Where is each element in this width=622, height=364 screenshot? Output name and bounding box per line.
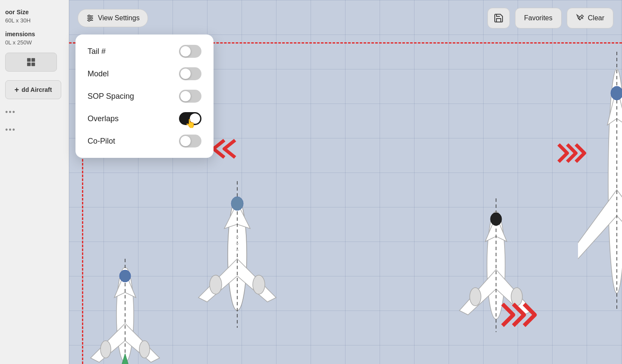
save-icon bbox=[493, 13, 504, 23]
dimensions-label: imensions bbox=[5, 31, 63, 38]
chevrons-bottom bbox=[500, 302, 543, 328]
sop-toggle-row: SOP Spacing bbox=[88, 90, 201, 103]
clear-button[interactable]: Clear bbox=[567, 8, 613, 28]
sop-toggle[interactable] bbox=[179, 90, 201, 103]
view-settings-dropdown: Tail # Model SOP Spacing Overlaps bbox=[75, 35, 214, 158]
overlaps-toggle-row: Overlaps 👆 bbox=[88, 112, 201, 125]
dimensions-value: 0L x 250W bbox=[5, 39, 63, 46]
svg-point-12 bbox=[253, 275, 265, 294]
tail-thumb bbox=[180, 46, 191, 56]
favorites-button[interactable]: Favorites bbox=[515, 8, 562, 28]
svg-point-17 bbox=[236, 249, 239, 251]
svg-point-11 bbox=[210, 275, 222, 294]
sidebar-ellipsis-1: ••• bbox=[5, 108, 63, 117]
svg-point-19 bbox=[101, 341, 111, 358]
model-toggle[interactable] bbox=[179, 67, 201, 80]
svg-point-24 bbox=[470, 288, 481, 306]
svg-point-15 bbox=[236, 236, 239, 238]
copilot-label: Co-Pilot bbox=[88, 137, 115, 146]
model-toggle-row: Model bbox=[88, 67, 201, 80]
svg-rect-0 bbox=[27, 58, 31, 62]
copilot-toggle[interactable] bbox=[179, 135, 201, 147]
svg-rect-3 bbox=[31, 63, 35, 66]
svg-point-7 bbox=[88, 15, 90, 17]
tail-toggle[interactable] bbox=[179, 45, 201, 58]
favorites-label: Favorites bbox=[524, 14, 553, 22]
aircraft-bottom-left[interactable] bbox=[86, 259, 164, 364]
copilot-toggle-row: Co-Pilot bbox=[88, 135, 201, 147]
grid-icon bbox=[26, 57, 36, 67]
svg-point-30 bbox=[611, 86, 622, 100]
tail-toggle-row: Tail # bbox=[88, 45, 201, 58]
tail-label: Tail # bbox=[88, 47, 106, 56]
svg-point-22 bbox=[119, 270, 131, 282]
overlaps-toggle[interactable]: 👆 bbox=[179, 112, 201, 125]
model-label: Model bbox=[88, 69, 109, 78]
sidebar: oor Size 60L x 30H imensions 0L x 250W +… bbox=[0, 0, 69, 364]
add-aircraft-button[interactable]: + dd Aircraft bbox=[5, 80, 61, 99]
svg-point-16 bbox=[236, 243, 239, 245]
svg-point-8 bbox=[90, 17, 92, 19]
svg-point-9 bbox=[88, 19, 90, 21]
chevrons-right bbox=[556, 142, 591, 164]
aircraft-far-right[interactable] bbox=[578, 52, 622, 312]
overlaps-track bbox=[179, 112, 201, 125]
copilot-thumb bbox=[180, 136, 191, 146]
sop-track bbox=[179, 90, 201, 103]
model-thumb bbox=[180, 69, 191, 79]
grid-button[interactable] bbox=[5, 53, 57, 72]
copilot-track bbox=[179, 135, 201, 147]
floor-size-value: 60L x 30H bbox=[5, 17, 63, 24]
overlaps-label: Overlaps bbox=[88, 114, 119, 123]
sop-thumb bbox=[180, 91, 191, 101]
sop-label: SOP Spacing bbox=[88, 92, 134, 101]
sliders-icon bbox=[86, 14, 94, 22]
aircraft-center[interactable] bbox=[190, 181, 285, 329]
model-track bbox=[179, 67, 201, 80]
sidebar-ellipsis-2: ••• bbox=[5, 126, 63, 135]
plus-icon: + bbox=[15, 85, 19, 94]
add-aircraft-label: dd Aircraft bbox=[22, 86, 52, 93]
svg-rect-2 bbox=[27, 63, 31, 66]
tail-track bbox=[179, 45, 201, 58]
svg-rect-1 bbox=[31, 58, 35, 62]
broom-icon bbox=[576, 14, 584, 22]
view-settings-label: View Settings bbox=[98, 14, 140, 22]
save-button[interactable] bbox=[487, 8, 510, 28]
svg-point-20 bbox=[139, 341, 150, 358]
clear-label: Clear bbox=[588, 14, 604, 22]
header-bar: View Settings Favorites Clear bbox=[69, 4, 622, 32]
view-settings-button[interactable]: View Settings bbox=[78, 9, 148, 27]
floor-size-label: oor Size bbox=[5, 9, 63, 16]
svg-point-27 bbox=[490, 213, 502, 226]
svg-point-14 bbox=[231, 197, 243, 210]
overlaps-thumb bbox=[190, 113, 200, 124]
